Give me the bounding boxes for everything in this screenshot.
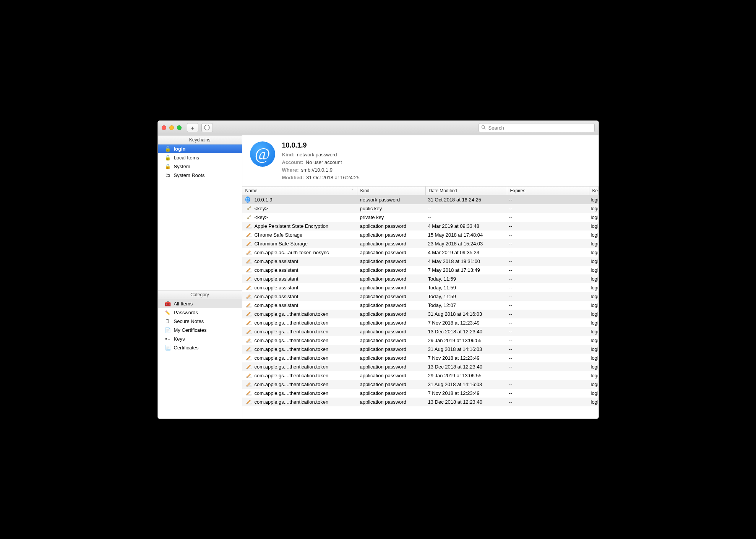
table-row[interactable]: Apple Persistent State Encryptionapplica… [242, 222, 599, 231]
cell-kind: application password [357, 380, 425, 389]
column-header-name[interactable]: Name ⌃ [242, 187, 357, 195]
table-row[interactable]: com.apple.assistantapplication passwordT… [242, 292, 599, 301]
search-field[interactable] [479, 123, 595, 132]
pencil-icon [245, 372, 252, 378]
cell-name-text: <key> [255, 214, 268, 220]
sidebar-item-category[interactable]: Certificates [158, 343, 242, 352]
cell-date: Today, 11:59 [425, 283, 506, 292]
cell-kind: application password [357, 301, 425, 310]
table-row[interactable]: com.apple.gs....thentication.tokenapplic… [242, 362, 599, 371]
sidebar-item-category[interactable]: Passwords [158, 308, 242, 317]
cell-date: 4 May 2018 at 19:31:00 [425, 257, 506, 266]
cell-keychain: login [588, 204, 599, 213]
lock-icon [165, 164, 171, 169]
cell-name: <key> [242, 213, 357, 222]
cell-date: 23 May 2018 at 15:24:03 [425, 239, 506, 248]
table-row[interactable]: Chromium Safe Storageapplication passwor… [242, 239, 599, 248]
cert2-icon [165, 345, 171, 351]
cell-name-text: com.apple.gs....thentication.token [255, 320, 329, 326]
table-row[interactable]: com.apple.gs....thentication.tokenapplic… [242, 398, 599, 406]
table-row[interactable]: <key>private key----login [242, 213, 599, 222]
cell-keychain: login [588, 371, 599, 380]
detail-account-label: Account: [282, 159, 303, 166]
cell-kind: application password [357, 398, 425, 406]
pencil-icon [245, 223, 252, 229]
table-row[interactable]: com.apple.gs....thentication.tokenapplic… [242, 310, 599, 318]
cell-kind: application password [357, 257, 425, 266]
table-row[interactable]: com.apple.assistantapplication password7… [242, 266, 599, 274]
table-row[interactable]: com.apple.assistantapplication passwordT… [242, 274, 599, 283]
sidebar-item-category[interactable]: My Certificates [158, 326, 242, 334]
pencil-icon [245, 311, 252, 317]
sidebar-item-keychain[interactable]: login [158, 144, 242, 153]
cell-name: com.apple.gs....thentication.token [242, 336, 357, 345]
detail-pane: @ 10.0.1.9 Kind:network password Account… [242, 135, 599, 187]
cell-name: com.apple.assistant [242, 292, 357, 301]
table-row[interactable]: com.apple.gs....thentication.tokenapplic… [242, 318, 599, 327]
titlebar: + ⓘ [158, 121, 599, 135]
cell-name: com.apple.gs....thentication.token [242, 327, 357, 336]
lock-open-icon [165, 155, 171, 161]
cell-name-text: com.apple.gs....thentication.token [255, 355, 329, 361]
table-row[interactable]: com.apple.assistantapplication passwordT… [242, 301, 599, 310]
column-header-expires[interactable]: Expires [507, 187, 589, 195]
category-list: All ItemsPasswordsSecure NotesMy Certifi… [158, 299, 242, 418]
sidebar: Keychains loginLocal ItemsSystemSystem R… [158, 135, 242, 419]
column-header-date[interactable]: Date Modified [426, 187, 507, 195]
search-input[interactable] [488, 125, 592, 131]
cell-name-text: com.apple.gs....thentication.token [255, 311, 329, 317]
cell-expires: -- [506, 301, 588, 310]
cell-name-text: Apple Persistent State Encryption [255, 223, 329, 229]
table-row[interactable]: com.apple.gs....thentication.tokenapplic… [242, 371, 599, 380]
table-row[interactable]: com.apple.assistantapplication passwordT… [242, 283, 599, 292]
column-header-date-label: Date Modified [429, 188, 457, 193]
column-header-kind[interactable]: Kind [357, 187, 426, 195]
cert-icon [165, 327, 171, 333]
cell-keychain: login [588, 195, 599, 204]
table-row[interactable]: com.apple.gs....thentication.tokenapplic… [242, 345, 599, 354]
pencil-icon [245, 293, 252, 299]
sidebar-item-keychain[interactable]: Local Items [158, 153, 242, 162]
sidebar-item-keychain[interactable]: System [158, 162, 242, 171]
pencil-icon [245, 390, 252, 396]
table-row[interactable]: com.apple.gs....thentication.tokenapplic… [242, 380, 599, 389]
cell-kind: application password [357, 239, 425, 248]
cell-name-text: com.apple.ac...auth-token-nosync [255, 250, 329, 255]
table-row[interactable]: com.apple.gs....thentication.tokenapplic… [242, 389, 599, 398]
cell-name: com.apple.gs....thentication.token [242, 345, 357, 354]
cell-name: com.apple.gs....thentication.token [242, 371, 357, 380]
cell-expires: -- [506, 283, 588, 292]
minimize-icon[interactable] [169, 125, 174, 130]
search-icon [481, 125, 486, 131]
table-row[interactable]: Chrome Safe Storageapplication password1… [242, 231, 599, 239]
lock-open-icon [165, 146, 171, 152]
cell-name: com.apple.assistant [242, 266, 357, 274]
items-table[interactable]: Name ⌃ Kind Date Modified Expires Keycha… [242, 187, 599, 419]
cell-kind: public key [357, 204, 425, 213]
pencil-icon [245, 381, 252, 387]
info-button[interactable]: ⓘ [201, 123, 213, 132]
table-row[interactable]: com.apple.gs....thentication.tokenapplic… [242, 354, 599, 362]
add-button[interactable]: + [187, 123, 198, 132]
cell-name-text: com.apple.assistant [255, 302, 299, 308]
sidebar-item-category[interactable]: All Items [158, 299, 242, 308]
table-row[interactable]: @10.0.1.9network password31 Oct 2018 at … [242, 195, 599, 204]
cell-name: com.apple.assistant [242, 274, 357, 283]
cell-name: com.apple.gs....thentication.token [242, 318, 357, 327]
table-row[interactable]: com.apple.ac...auth-token-nosyncapplicat… [242, 248, 599, 257]
sidebar-item-category[interactable]: Secure Notes [158, 317, 242, 326]
table-row[interactable]: <key>public key----login [242, 204, 599, 213]
table-row[interactable]: com.apple.assistantapplication password4… [242, 257, 599, 266]
sidebar-item-label: Local Items [174, 155, 199, 161]
zoom-icon[interactable] [177, 125, 182, 130]
cell-keychain: login [588, 362, 599, 371]
sidebar-item-category[interactable]: Keys [158, 334, 242, 343]
cell-keychain: login [588, 327, 599, 336]
pencil-icon [245, 337, 252, 343]
table-row[interactable]: com.apple.gs....thentication.tokenapplic… [242, 327, 599, 336]
table-row[interactable]: com.apple.gs....thentication.tokenapplic… [242, 336, 599, 345]
column-header-keychain[interactable]: Keychain [589, 187, 599, 195]
sidebar-item-keychain[interactable]: System Roots [158, 171, 242, 180]
close-icon[interactable] [162, 125, 166, 130]
cell-kind: private key [357, 213, 425, 222]
